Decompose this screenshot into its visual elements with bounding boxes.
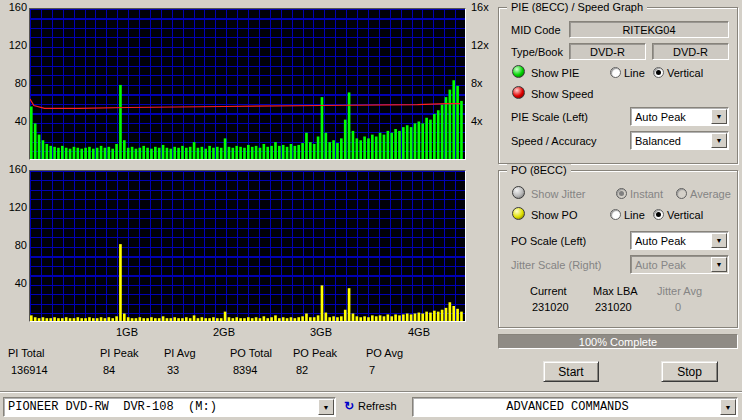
stat-label: PI Avg bbox=[164, 347, 196, 359]
stat-pi-total: PI Total 136914 bbox=[8, 347, 48, 376]
pie-y-tick: 160 bbox=[2, 2, 27, 13]
po-line-label: Line bbox=[624, 209, 645, 221]
po-scale-value: Auto Peak bbox=[635, 235, 709, 247]
show-po-label: Show PO bbox=[531, 209, 577, 221]
mid-code-value: RITEKG04 bbox=[622, 24, 675, 36]
show-po-led[interactable] bbox=[512, 207, 525, 220]
refresh-control[interactable]: ↻ Refresh bbox=[344, 400, 397, 412]
stat-label: PO Peak bbox=[293, 347, 337, 359]
jitter-scale-select: Auto Peak ▼ bbox=[630, 255, 729, 274]
type-book-label: Type/Book bbox=[511, 46, 563, 58]
show-jitter-led bbox=[512, 186, 525, 199]
drive-select[interactable]: PIONEER DVD-RW DVR-108 (M:) ▼ bbox=[3, 397, 336, 417]
po-y-tick: 40 bbox=[2, 278, 27, 289]
progress-text: 100% Complete bbox=[579, 336, 657, 348]
speed-accuracy-label: Speed / Accuracy bbox=[511, 135, 597, 147]
stat-value: 84 bbox=[100, 364, 139, 376]
stat-pi-avg: PI Avg 33 bbox=[164, 347, 196, 376]
advanced-commands-select[interactable]: ADVANCED COMMANDS ▼ bbox=[412, 397, 738, 417]
po-y-tick: 80 bbox=[2, 240, 27, 251]
stat-po-avg: PO Avg 7 bbox=[366, 347, 403, 376]
disc-type-value: DVD-R bbox=[590, 46, 625, 58]
max-lba-label: Max LBA bbox=[593, 285, 638, 297]
stat-po-peak: PO Peak 82 bbox=[293, 347, 337, 376]
stop-button[interactable]: Stop bbox=[661, 361, 718, 382]
chevron-down-icon: ▼ bbox=[711, 257, 727, 272]
pie-line-label: Line bbox=[624, 67, 645, 79]
start-button-label: Start bbox=[558, 365, 583, 379]
current-value: 231020 bbox=[532, 301, 569, 313]
po-vertical-radio[interactable] bbox=[653, 209, 664, 220]
pie-scale-select[interactable]: Auto Peak ▼ bbox=[630, 107, 729, 126]
show-jitter-label: Show Jitter bbox=[531, 188, 585, 200]
book-type-value: DVD-R bbox=[673, 46, 708, 58]
pie-y-tick: 80 bbox=[2, 78, 27, 89]
po-y-tick: 160 bbox=[2, 164, 27, 175]
jitter-average-label: Average bbox=[690, 188, 731, 200]
mid-code-label: MID Code bbox=[511, 24, 561, 36]
chevron-down-icon[interactable]: ▼ bbox=[711, 109, 727, 124]
jitter-scale-label: Jitter Scale (Right) bbox=[511, 259, 601, 271]
jitter-avg-label: Jitter Avg bbox=[657, 285, 702, 297]
x-tick: 2GB bbox=[213, 327, 235, 338]
speed-tick: 4x bbox=[471, 116, 483, 127]
po-line-radio[interactable] bbox=[610, 209, 621, 220]
refresh-icon: ↻ bbox=[344, 400, 354, 412]
progress-bar: 100% Complete bbox=[498, 334, 738, 349]
pie-scale-label: PIE Scale (Left) bbox=[511, 111, 588, 123]
po-groupbox: PO (8ECC) Show Jitter Instant Average Sh… bbox=[498, 170, 738, 328]
pie-series bbox=[30, 9, 465, 159]
stat-pi-peak: PI Peak 84 bbox=[100, 347, 139, 376]
refresh-label: Refresh bbox=[358, 400, 397, 412]
po-series bbox=[30, 171, 465, 321]
chevron-down-icon[interactable]: ▼ bbox=[711, 133, 727, 148]
stat-value: 82 bbox=[293, 364, 337, 376]
show-speed-led[interactable] bbox=[512, 86, 525, 99]
speed-tick: 8x bbox=[471, 78, 483, 89]
show-speed-label: Show Speed bbox=[531, 88, 593, 100]
po-scale-select[interactable]: Auto Peak ▼ bbox=[630, 231, 729, 250]
po-graph-plot bbox=[29, 170, 466, 322]
stat-label: PI Total bbox=[8, 347, 48, 359]
stat-label: PO Total bbox=[230, 347, 272, 359]
po-scale-label: PO Scale (Left) bbox=[511, 235, 586, 247]
stat-po-total: PO Total 8394 bbox=[230, 347, 272, 376]
stat-value: 7 bbox=[366, 364, 403, 376]
show-pie-led[interactable] bbox=[512, 65, 525, 78]
stat-label: PO Avg bbox=[366, 347, 403, 359]
speed-tick: 12x bbox=[471, 40, 489, 51]
pie-y-tick: 40 bbox=[2, 116, 27, 127]
x-tick: 4GB bbox=[408, 327, 430, 338]
stop-button-label: Stop bbox=[677, 365, 702, 379]
stat-value: 136914 bbox=[8, 364, 48, 376]
drive-select-value: PIONEER DVD-RW DVR-108 (M:) bbox=[8, 400, 316, 414]
disc-type-field: DVD-R bbox=[569, 43, 646, 60]
groupbox-title: PO (8ECC) bbox=[507, 164, 571, 177]
show-pie-label: Show PIE bbox=[531, 67, 579, 79]
jitter-avg-value: 0 bbox=[675, 301, 681, 313]
chevron-down-icon[interactable]: ▼ bbox=[318, 399, 334, 415]
chevron-down-icon[interactable]: ▼ bbox=[720, 399, 736, 415]
speed-accuracy-select[interactable]: Balanced ▼ bbox=[630, 131, 729, 150]
start-button[interactable]: Start bbox=[543, 361, 599, 382]
speed-tick: 16x bbox=[471, 2, 489, 13]
stat-value: 33 bbox=[164, 364, 196, 376]
po-y-tick: 120 bbox=[2, 202, 27, 213]
pie-vertical-radio[interactable] bbox=[653, 67, 664, 78]
advanced-commands-value: ADVANCED COMMANDS bbox=[417, 400, 718, 414]
jitter-scale-value: Auto Peak bbox=[635, 259, 709, 271]
speed-accuracy-value: Balanced bbox=[635, 135, 709, 147]
groupbox-title: PIE (8ECC) / Speed Graph bbox=[507, 1, 647, 14]
stat-label: PI Peak bbox=[100, 347, 139, 359]
bottom-bar: PIONEER DVD-RW DVR-108 (M:) ▼ ↻ Refresh … bbox=[0, 392, 742, 420]
chevron-down-icon[interactable]: ▼ bbox=[711, 233, 727, 248]
x-tick: 1GB bbox=[116, 327, 138, 338]
jitter-instant-radio bbox=[616, 188, 627, 199]
max-lba-value: 231020 bbox=[595, 301, 632, 313]
x-tick: 3GB bbox=[310, 327, 332, 338]
scan-app-window: 160 120 80 40 16x 12x 8x 4x 160 120 80 4… bbox=[0, 0, 742, 420]
pie-scale-value: Auto Peak bbox=[635, 111, 709, 123]
pie-graph-plot bbox=[29, 8, 466, 160]
pie-line-radio[interactable] bbox=[610, 67, 621, 78]
jitter-average-radio bbox=[676, 188, 687, 199]
